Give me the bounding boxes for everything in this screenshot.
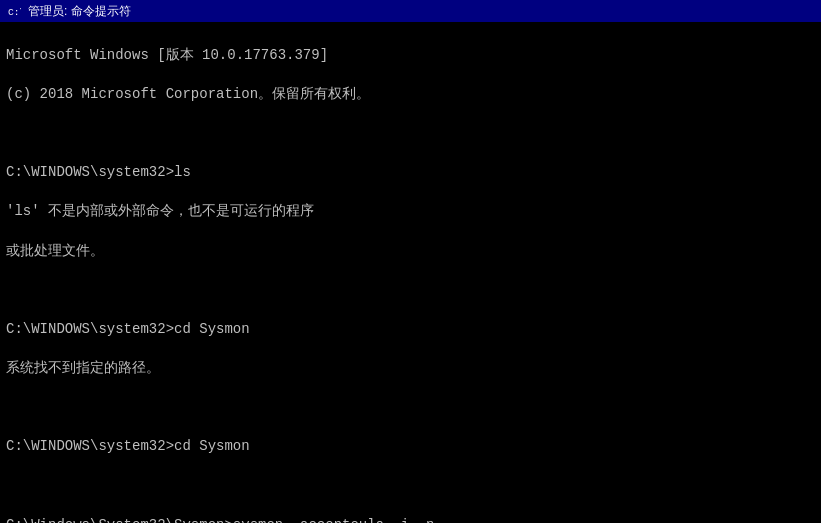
terminal-line: C:\WINDOWS\system32>ls xyxy=(6,163,815,183)
terminal-line: 或批处理文件。 xyxy=(6,242,815,262)
svg-text:C:\: C:\ xyxy=(8,7,21,18)
title-bar-text: 管理员: 命令提示符 xyxy=(28,3,815,20)
terminal-line: Microsoft Windows [版本 10.0.17763.379] xyxy=(6,46,815,66)
terminal-line: C:\Windows\System32\Sysmon>sysmon -accep… xyxy=(6,516,815,523)
terminal-line: C:\WINDOWS\system32>cd Sysmon xyxy=(6,437,815,457)
cmd-icon: C:\ xyxy=(6,3,22,19)
terminal-line xyxy=(6,124,815,144)
terminal-line: (c) 2018 Microsoft Corporation。保留所有权利。 xyxy=(6,85,815,105)
terminal-line xyxy=(6,477,815,497)
terminal-line: C:\WINDOWS\system32>cd Sysmon xyxy=(6,320,815,340)
terminal-body[interactable]: Microsoft Windows [版本 10.0.17763.379] (c… xyxy=(0,22,821,523)
title-bar: C:\ 管理员: 命令提示符 xyxy=(0,0,821,22)
terminal-line: 'ls' 不是内部或外部命令，也不是可运行的程序 xyxy=(6,202,815,222)
terminal-line xyxy=(6,281,815,301)
terminal-line xyxy=(6,398,815,418)
terminal-line: 系统找不到指定的路径。 xyxy=(6,359,815,379)
